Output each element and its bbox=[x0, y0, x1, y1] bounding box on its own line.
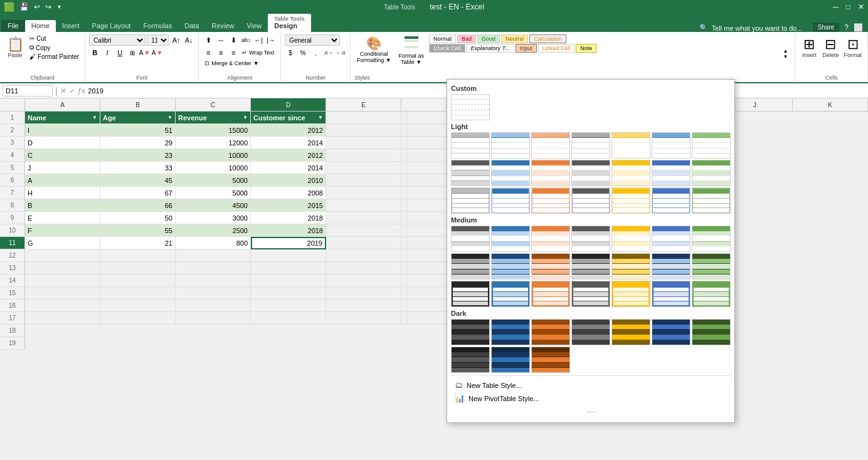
dark-style-7[interactable] bbox=[692, 319, 731, 345]
filter-arrow-name[interactable]: ▼ bbox=[92, 115, 97, 120]
accounting-btn[interactable]: $ bbox=[285, 47, 296, 58]
medium-style-10[interactable] bbox=[531, 253, 570, 280]
cell-A11[interactable]: G bbox=[25, 237, 100, 249]
cell-A3[interactable]: D bbox=[25, 137, 100, 149]
cell-E8[interactable] bbox=[326, 199, 401, 212]
cell-B1[interactable]: Age ▼ bbox=[100, 112, 176, 124]
tab-home[interactable]: Home bbox=[25, 20, 56, 32]
number-format-select[interactable]: General bbox=[285, 34, 340, 46]
percent-btn[interactable]: % bbox=[297, 47, 309, 58]
medium-style-18[interactable] bbox=[571, 281, 610, 307]
cell-F14[interactable] bbox=[401, 274, 407, 287]
light-style-5[interactable] bbox=[611, 132, 650, 159]
name-box[interactable] bbox=[3, 85, 53, 97]
tab-review[interactable]: Review bbox=[205, 20, 240, 32]
style-check-badge[interactable]: Check Cell bbox=[429, 44, 465, 53]
cell-E9[interactable] bbox=[326, 212, 401, 224]
style-good-badge[interactable]: Good bbox=[477, 34, 500, 43]
light-style-13[interactable] bbox=[652, 160, 691, 186]
light-style-15[interactable] bbox=[451, 187, 490, 214]
merge-center-button[interactable]: ⊡ Merge & Center ▼ bbox=[203, 60, 260, 67]
cell-E2[interactable] bbox=[326, 124, 401, 137]
cell-C4[interactable]: 10000 bbox=[176, 149, 251, 162]
cell-C11[interactable]: 800 bbox=[176, 237, 251, 249]
filter-arrow-revenue[interactable]: ▼ bbox=[243, 115, 248, 120]
medium-style-20[interactable] bbox=[652, 281, 691, 307]
copy-button[interactable]: ⧉ Copy bbox=[28, 43, 81, 52]
medium-style-1[interactable] bbox=[451, 226, 490, 252]
light-style-12[interactable] bbox=[611, 160, 650, 186]
cell-D12[interactable] bbox=[251, 249, 326, 262]
cell-F12[interactable] bbox=[401, 249, 407, 262]
cell-A7[interactable]: H bbox=[25, 187, 100, 199]
row-num-7[interactable]: 7 bbox=[0, 187, 25, 199]
light-style-20[interactable] bbox=[652, 187, 691, 214]
cell-D11[interactable]: 2019 bbox=[251, 237, 326, 249]
medium-style-16[interactable] bbox=[491, 281, 530, 307]
medium-style-11[interactable] bbox=[571, 253, 610, 280]
paste-button[interactable]: 📋 Paste bbox=[4, 34, 26, 60]
cell-D2[interactable]: 2012 bbox=[251, 124, 326, 137]
cell-F6[interactable] bbox=[401, 174, 407, 187]
medium-style-6[interactable] bbox=[652, 226, 691, 252]
row-num-6[interactable]: 6 bbox=[0, 174, 25, 187]
customize-qat-btn[interactable]: ▼ bbox=[56, 4, 62, 10]
cell-C10[interactable]: 2500 bbox=[176, 224, 251, 237]
redo-btn[interactable]: ↪ bbox=[45, 3, 51, 11]
dark-style-9[interactable] bbox=[491, 347, 530, 350]
cell-E3[interactable] bbox=[326, 137, 401, 149]
dark-style-5[interactable] bbox=[611, 319, 650, 345]
cell-A1[interactable]: Name ▼ bbox=[25, 112, 100, 124]
filter-arrow-age[interactable]: ▼ bbox=[167, 115, 172, 120]
quick-save-btn[interactable]: 💾 bbox=[19, 3, 29, 11]
cell-C8[interactable]: 4500 bbox=[176, 199, 251, 212]
align-right-btn[interactable]: ≡ bbox=[228, 47, 239, 58]
cell-E12[interactable] bbox=[326, 249, 401, 262]
cell-E7[interactable] bbox=[326, 187, 401, 199]
light-style-3[interactable] bbox=[531, 132, 570, 159]
light-style-11[interactable] bbox=[571, 160, 610, 186]
align-top-btn[interactable]: ⬆ bbox=[203, 34, 214, 46]
confirm-formula-btn[interactable]: ✓ bbox=[69, 86, 75, 95]
comma-btn[interactable]: , bbox=[310, 47, 321, 58]
style-normal-badge[interactable]: Normal bbox=[429, 34, 456, 43]
custom-style-1[interactable] bbox=[451, 94, 490, 120]
align-middle-btn[interactable]: ↔ bbox=[215, 34, 226, 46]
row-num-8[interactable]: 8 bbox=[0, 199, 25, 212]
cell-C9[interactable]: 3000 bbox=[176, 212, 251, 224]
font-name-select[interactable]: Calibri bbox=[89, 34, 146, 46]
cell-B7[interactable]: 67 bbox=[100, 187, 176, 199]
cell-C6[interactable]: 5000 bbox=[176, 174, 251, 187]
ribbon-display-btn[interactable]: ⬜ bbox=[854, 23, 863, 32]
cell-B16[interactable] bbox=[100, 300, 176, 312]
cell-F7[interactable] bbox=[401, 187, 407, 199]
light-style-10[interactable] bbox=[531, 160, 570, 186]
medium-style-12[interactable] bbox=[611, 253, 650, 280]
row-num-10[interactable]: 10 bbox=[0, 224, 25, 237]
bold-button[interactable]: B bbox=[89, 47, 100, 58]
tab-page-layout[interactable]: Page Layout bbox=[86, 20, 137, 32]
row-num-11[interactable]: 11 bbox=[0, 237, 25, 249]
light-style-19[interactable] bbox=[611, 187, 650, 214]
tab-design[interactable]: Table Tools Design bbox=[268, 14, 311, 32]
cell-F10[interactable] bbox=[401, 224, 407, 237]
italic-button[interactable]: I bbox=[102, 47, 113, 58]
cell-F17[interactable] bbox=[401, 312, 407, 325]
insert-function-btn[interactable]: ƒx bbox=[78, 86, 86, 95]
share-btn[interactable]: Share bbox=[813, 23, 840, 32]
medium-style-5[interactable] bbox=[611, 226, 650, 252]
cell-E15[interactable] bbox=[326, 287, 401, 300]
merge-dropdown-icon[interactable]: ▼ bbox=[253, 60, 259, 66]
col-header-C[interactable]: C bbox=[176, 98, 251, 111]
cell-B10[interactable]: 55 bbox=[100, 224, 176, 237]
cell-E11[interactable] bbox=[326, 237, 401, 249]
cell-B13[interactable] bbox=[100, 262, 176, 274]
cell-D16[interactable] bbox=[251, 300, 326, 312]
cell-A16[interactable] bbox=[25, 300, 100, 312]
cell-A2[interactable]: I bbox=[25, 124, 100, 137]
cell-B15[interactable] bbox=[100, 287, 176, 300]
underline-button[interactable]: U bbox=[114, 47, 125, 58]
cell-D1[interactable]: Customer since ▼ bbox=[251, 112, 326, 124]
cell-F11[interactable] bbox=[401, 237, 407, 249]
cell-D3[interactable]: 2014 bbox=[251, 137, 326, 149]
